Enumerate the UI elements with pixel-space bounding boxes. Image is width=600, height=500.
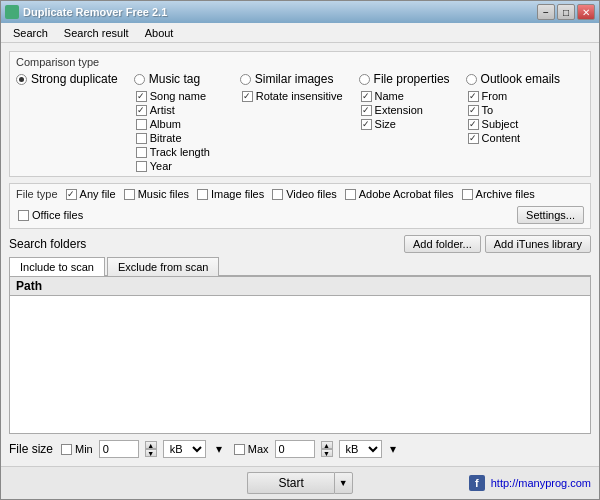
min-value-input[interactable] — [99, 440, 139, 458]
label-acrobat-files: Adobe Acrobat files — [359, 188, 454, 200]
outlook-emails-header[interactable]: Outlook emails — [466, 72, 560, 86]
cb-video-files[interactable]: Video files — [270, 188, 337, 200]
radio-file-properties[interactable] — [359, 74, 370, 85]
checkbox-max[interactable] — [234, 444, 245, 455]
checkbox-track-length[interactable] — [136, 147, 147, 158]
checkbox-any-file[interactable] — [66, 189, 77, 200]
checkbox-year[interactable] — [136, 161, 147, 172]
cb-content[interactable]: Content — [466, 132, 560, 144]
main-window: Duplicate Remover Free 2.1 − □ ✕ Search … — [0, 0, 600, 500]
add-itunes-button[interactable]: Add iTunes library — [485, 235, 591, 253]
comparison-type-section: Comparison type Strong duplicate Music t… — [9, 51, 591, 177]
cb-artist[interactable]: Artist — [134, 104, 224, 116]
add-folder-button[interactable]: Add folder... — [404, 235, 481, 253]
comparison-type-row: Strong duplicate Music tag Song name — [16, 72, 584, 172]
maximize-button[interactable]: □ — [557, 4, 575, 20]
label-extension: Extension — [375, 104, 423, 116]
settings-button[interactable]: Settings... — [517, 206, 584, 224]
max-value-input[interactable] — [275, 440, 315, 458]
scan-tabs: Include to scan Exclude from scan — [9, 257, 591, 276]
cb-min[interactable]: Min — [59, 443, 93, 455]
tab-include-scan[interactable]: Include to scan — [9, 257, 105, 276]
website-link[interactable]: http://manyprog.com — [491, 477, 591, 489]
label-bitrate: Bitrate — [150, 132, 182, 144]
tab-exclude-scan[interactable]: Exclude from scan — [107, 257, 219, 276]
checkbox-bitrate[interactable] — [136, 133, 147, 144]
menu-about[interactable]: About — [137, 25, 182, 41]
checkbox-acrobat-files[interactable] — [345, 189, 356, 200]
checkbox-extension[interactable] — [361, 105, 372, 116]
checkbox-archive-files[interactable] — [462, 189, 473, 200]
close-button[interactable]: ✕ — [577, 4, 595, 20]
option-outlook-emails: Outlook emails From To Subject — [466, 72, 560, 144]
checkbox-subject[interactable] — [468, 119, 479, 130]
checkbox-artist[interactable] — [136, 105, 147, 116]
cb-bitrate[interactable]: Bitrate — [134, 132, 224, 144]
label-any-file: Any file — [80, 188, 116, 200]
title-bar: Duplicate Remover Free 2.1 − □ ✕ — [1, 1, 599, 23]
max-spin-up[interactable]: ▲ — [321, 441, 333, 449]
checkbox-image-files[interactable] — [197, 189, 208, 200]
cb-name[interactable]: Name — [359, 90, 450, 102]
max-unit-select[interactable]: kB MB — [339, 440, 382, 458]
max-spin-down[interactable]: ▼ — [321, 449, 333, 457]
radio-outlook-emails[interactable] — [466, 74, 477, 85]
checkbox-album[interactable] — [136, 119, 147, 130]
cb-year[interactable]: Year — [134, 160, 224, 172]
main-content: Comparison type Strong duplicate Music t… — [1, 43, 599, 466]
cb-album[interactable]: Album — [134, 118, 224, 130]
strong-duplicate-header[interactable]: Strong duplicate — [16, 72, 118, 86]
strong-duplicate-label: Strong duplicate — [31, 72, 118, 86]
file-properties-header[interactable]: File properties — [359, 72, 450, 86]
cb-from[interactable]: From — [466, 90, 560, 102]
option-strong-duplicate: Strong duplicate — [16, 72, 118, 88]
cb-track-length[interactable]: Track length — [134, 146, 224, 158]
radio-similar-images[interactable] — [240, 74, 251, 85]
min-unit-select[interactable]: kB MB — [163, 440, 206, 458]
min-spin-down[interactable]: ▼ — [145, 449, 157, 457]
checkbox-rotate-insensitive[interactable] — [242, 91, 253, 102]
cb-music-files[interactable]: Music files — [122, 188, 189, 200]
radio-strong-duplicate[interactable] — [16, 74, 27, 85]
cb-extension[interactable]: Extension — [359, 104, 450, 116]
min-spin-up[interactable]: ▲ — [145, 441, 157, 449]
similar-images-header[interactable]: Similar images — [240, 72, 343, 86]
checkbox-min[interactable] — [61, 444, 72, 455]
cb-archive-files[interactable]: Archive files — [460, 188, 535, 200]
checkbox-office-files[interactable] — [18, 210, 29, 221]
minimize-button[interactable]: − — [537, 4, 555, 20]
cb-size[interactable]: Size — [359, 118, 450, 130]
checkbox-music-files[interactable] — [124, 189, 135, 200]
checkbox-from[interactable] — [468, 91, 479, 102]
search-folders-title: Search folders — [9, 237, 86, 251]
radio-music-tag[interactable] — [134, 74, 145, 85]
label-artist: Artist — [150, 104, 175, 116]
checkbox-content[interactable] — [468, 133, 479, 144]
label-subject: Subject — [482, 118, 519, 130]
facebook-icon[interactable]: f — [469, 475, 485, 491]
checkbox-size[interactable] — [361, 119, 372, 130]
checkbox-name[interactable] — [361, 91, 372, 102]
start-dropdown-arrow[interactable]: ▼ — [334, 472, 353, 494]
folder-table-body — [10, 296, 590, 416]
cb-acrobat-files[interactable]: Adobe Acrobat files — [343, 188, 454, 200]
cb-image-files[interactable]: Image files — [195, 188, 264, 200]
bottom-bar: Start ▼ f http://manyprog.com — [1, 466, 599, 499]
cb-to[interactable]: To — [466, 104, 560, 116]
music-tag-header[interactable]: Music tag — [134, 72, 224, 86]
label-music-files: Music files — [138, 188, 189, 200]
cb-max[interactable]: Max — [232, 443, 269, 455]
checkbox-to[interactable] — [468, 105, 479, 116]
cb-song-name[interactable]: Song name — [134, 90, 224, 102]
cb-any-file[interactable]: Any file — [64, 188, 116, 200]
start-button[interactable]: Start — [247, 472, 333, 494]
cb-office-files[interactable]: Office files — [16, 209, 83, 221]
menu-search[interactable]: Search — [5, 25, 56, 41]
checkbox-song-name[interactable] — [136, 91, 147, 102]
checkbox-video-files[interactable] — [272, 189, 283, 200]
menu-search-result[interactable]: Search result — [56, 25, 137, 41]
cb-rotate-insensitive[interactable]: Rotate insensitive — [240, 90, 343, 102]
label-song-name: Song name — [150, 90, 206, 102]
folder-table-header: Path — [10, 277, 590, 296]
cb-subject[interactable]: Subject — [466, 118, 560, 130]
